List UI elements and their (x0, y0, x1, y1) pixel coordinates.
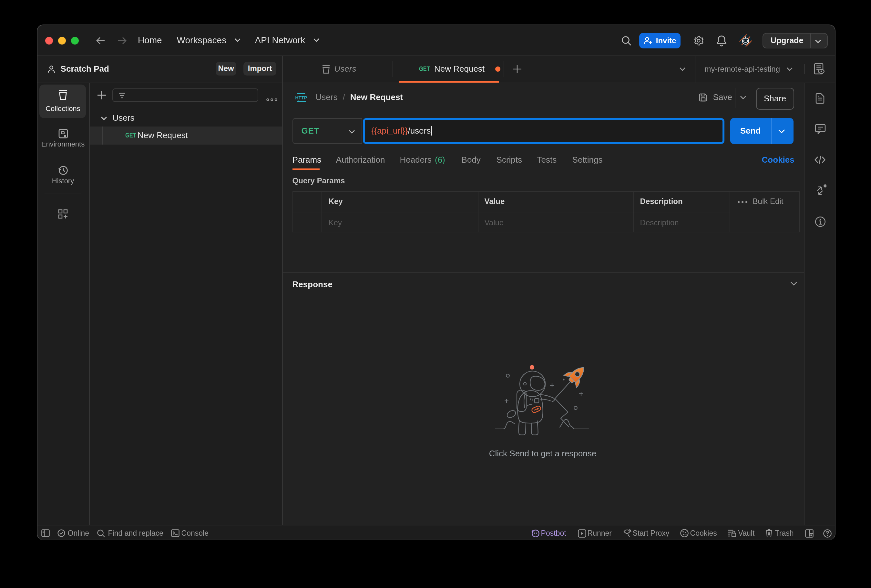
svg-text:HTTP: HTTP (295, 95, 307, 100)
